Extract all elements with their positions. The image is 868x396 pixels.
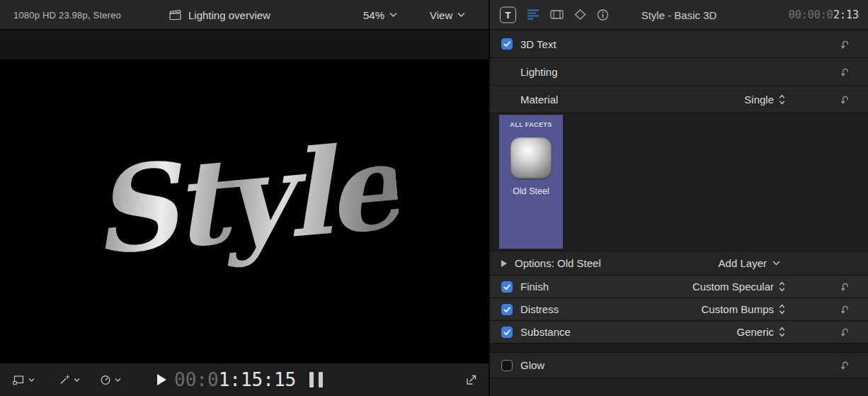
audio-meters-icon[interactable]	[309, 372, 323, 387]
distress-popup-value: Custom Bumps	[701, 303, 774, 315]
timecode-dim: 00:00:0	[789, 9, 833, 21]
filmstrip-icon	[550, 9, 564, 21]
play-button[interactable]	[157, 374, 166, 385]
fullscreen-icon[interactable]	[466, 374, 477, 385]
row-finish: Finish Custom Specular	[490, 276, 868, 298]
color-inspector-tab[interactable]	[574, 9, 586, 21]
text-lines-icon	[527, 9, 539, 21]
finish-popup[interactable]: Custom Specular	[692, 281, 785, 293]
chevron-down-icon	[28, 378, 35, 382]
chevron-down-icon	[115, 378, 121, 382]
finish-label: Finish	[520, 281, 549, 293]
section-gap	[490, 344, 868, 353]
zoom-value: 54%	[363, 9, 384, 21]
canvas-background: Style	[0, 60, 489, 363]
facets-label: ALL FACETS	[510, 121, 552, 128]
finish-popup-value: Custom Specular	[692, 281, 774, 293]
viewer-toolbar: 1080p HD 23.98p, Stereo Lighting overvie…	[0, 0, 489, 30]
reset-icon[interactable]	[839, 326, 851, 338]
glow-checkbox[interactable]	[501, 360, 513, 371]
3d-text-label: 3D Text	[520, 38, 556, 50]
viewer-canvas[interactable]: Style	[0, 30, 489, 363]
distress-checkbox[interactable]	[501, 304, 513, 315]
wand-icon	[59, 375, 70, 385]
viewer-title: Lighting overview	[188, 9, 270, 21]
material-popup[interactable]: Single	[744, 94, 785, 106]
reset-icon[interactable]	[839, 281, 851, 293]
row-3d-text: 3D Text	[490, 30, 868, 58]
substance-checkbox[interactable]	[501, 327, 513, 338]
info-inspector-tab[interactable]	[597, 9, 609, 21]
material-name: Old Steel	[513, 186, 549, 196]
chevron-down-icon	[772, 261, 780, 266]
viewer-pane: 1080p HD 23.98p, Stereo Lighting overvie…	[0, 0, 489, 396]
viewer-transport-bar: 00:01:15:15	[0, 363, 489, 396]
inspector-toolbar: T	[490, 0, 868, 30]
options-label: Options: Old Steel	[515, 257, 601, 269]
substance-popup-value: Generic	[736, 326, 774, 338]
row-options: Options: Old Steel Add Layer	[490, 251, 868, 276]
checkmark-icon	[503, 305, 511, 314]
inspector-pane: T	[489, 0, 868, 396]
video-inspector-tab[interactable]	[550, 9, 564, 21]
inspector-filler	[490, 378, 868, 396]
checkmark-icon	[503, 283, 511, 291]
material-well-old-steel[interactable]: ALL FACETS Old Steel	[499, 115, 563, 249]
view-dropdown[interactable]: View	[430, 9, 465, 21]
add-layer-label: Add Layer	[719, 257, 767, 269]
updown-chevrons-icon	[779, 327, 785, 337]
reset-icon[interactable]	[839, 94, 851, 106]
lighting-label: Lighting	[520, 66, 558, 78]
info-icon	[597, 9, 609, 21]
transform-icon	[13, 375, 25, 385]
chevron-down-icon	[389, 12, 397, 17]
reset-icon[interactable]	[839, 359, 851, 371]
row-material: Material Single	[490, 86, 868, 113]
timecode-dim: 00:0	[174, 369, 219, 390]
disclosure-triangle-icon[interactable]	[501, 260, 507, 267]
row-lighting: Lighting	[490, 58, 868, 86]
updown-chevrons-icon	[779, 281, 785, 292]
glow-label: Glow	[520, 359, 544, 371]
material-wells-area: ALL FACETS Old Steel	[490, 113, 868, 251]
row-distress: Distress Custom Bumps	[490, 298, 868, 321]
color-board-icon	[574, 9, 586, 21]
checkmark-icon	[503, 328, 511, 336]
updown-chevrons-icon	[779, 94, 785, 105]
viewer-timecode: 00:01:15:15	[174, 369, 296, 390]
3d-text-checkbox[interactable]	[501, 38, 513, 50]
material-thumbnail	[510, 137, 552, 179]
fcp-window: 1080p HD 23.98p, Stereo Lighting overvie…	[0, 0, 868, 396]
add-layer-dropdown[interactable]: Add Layer	[719, 257, 780, 269]
retime-tool-dropdown[interactable]	[100, 375, 121, 385]
clapperboard-icon	[169, 9, 181, 20]
text-format-tab[interactable]	[527, 9, 539, 21]
text-tab-letter: T	[506, 9, 511, 20]
format-label: 1080p HD 23.98p, Stereo	[13, 9, 121, 20]
inspector-title: Style - Basic 3D	[641, 9, 717, 21]
inspector-tabs: T	[500, 6, 609, 23]
checkmark-icon	[503, 40, 511, 48]
timecode-bright: 2:13	[833, 9, 859, 21]
updown-chevrons-icon	[779, 304, 785, 315]
timecode-bright: 1:15:15	[219, 369, 297, 390]
reset-icon[interactable]	[839, 66, 851, 78]
material-popup-value: Single	[744, 94, 774, 106]
row-substance: Substance Generic	[490, 321, 868, 344]
text-inspector-tab[interactable]: T	[500, 6, 516, 23]
distress-label: Distress	[520, 303, 559, 315]
inspector-timecode: 00:00:02:13	[789, 9, 859, 21]
reset-icon[interactable]	[839, 38, 851, 50]
inspector-body: 3D Text Lighting Material	[490, 30, 868, 396]
substance-popup[interactable]: Generic	[736, 326, 785, 338]
view-label: View	[430, 9, 452, 21]
material-label: Material	[520, 94, 558, 106]
row-glow: Glow	[490, 353, 868, 378]
zoom-dropdown[interactable]: 54%	[363, 9, 397, 21]
effects-tool-dropdown[interactable]	[59, 375, 80, 385]
substance-label: Substance	[520, 326, 571, 338]
transform-tool-dropdown[interactable]	[13, 375, 35, 385]
reset-icon[interactable]	[839, 303, 851, 315]
finish-checkbox[interactable]	[501, 281, 513, 293]
distress-popup[interactable]: Custom Bumps	[701, 303, 785, 315]
